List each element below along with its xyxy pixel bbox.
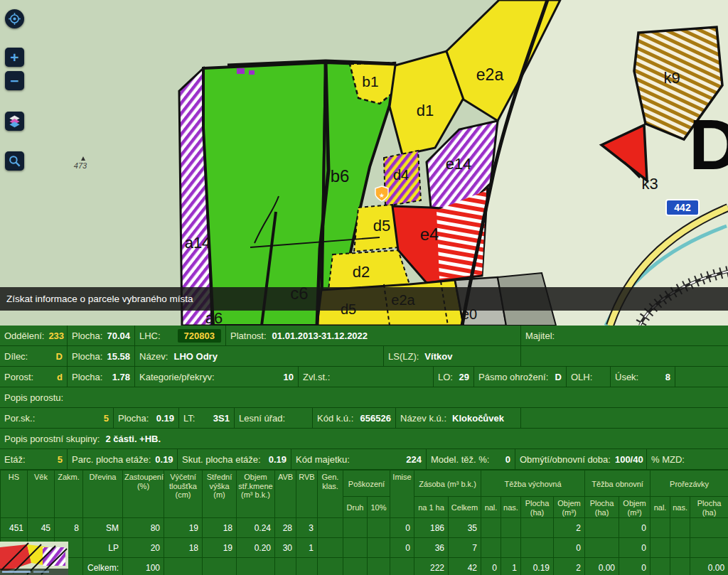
stand-label: e4 <box>420 225 439 244</box>
field-label: Plocha: <box>72 351 102 362</box>
field-mzd: % MZD: <box>647 449 728 469</box>
info-row-dilec: Dílec: D Plocha: 15.58 Název: LHO Odry L… <box>0 346 728 367</box>
field-skut-plocha: Skut. plocha etáže: 0.19 <box>178 449 291 469</box>
cell <box>203 558 237 575</box>
cell <box>237 558 275 575</box>
cell <box>690 518 728 538</box>
cell <box>275 558 296 575</box>
zoom-in-button[interactable]: + <box>5 48 24 67</box>
cell: 8 <box>55 518 83 538</box>
field-value: 10 <box>279 372 294 382</box>
layers-button[interactable] <box>5 112 24 131</box>
col-header-to-plocha: Plocha (ha) <box>585 497 619 518</box>
col-header-vek: Věk <box>28 471 55 518</box>
field-empty <box>521 346 728 366</box>
field-label: Plocha: <box>118 413 149 424</box>
field-label: Úsek: <box>615 372 638 382</box>
col-header-zastoupeni: Zastoupení (%) <box>123 471 164 518</box>
map-canvas[interactable]: 473 ★ 442 D b1 d1 e2a e14 d4 b6 d5 e4 a1… <box>0 0 728 326</box>
table-row-total: Celkem: 100 222 42 0 1 0.19 2 <box>1 558 728 575</box>
info-row-popis-skupiny: Popis porostní skupiny: 2 části. +HB. <box>0 429 728 449</box>
field-value: 0.19 <box>151 454 173 465</box>
field-label: Plocha: <box>72 372 102 382</box>
cell: SM <box>83 518 123 538</box>
cell <box>585 518 619 538</box>
col-header-objem-kmene: Objem stř.kmene (m³ b.k.) <box>237 471 275 518</box>
field-empty <box>675 367 728 387</box>
field-value: 3S1 <box>209 413 230 424</box>
col-group-prorezavky: Prořezávky <box>651 471 728 497</box>
stand-label: d5 <box>373 217 390 235</box>
cell: 0 <box>390 538 414 558</box>
cell: 0.20 <box>237 538 275 558</box>
cell: 42 <box>449 558 481 575</box>
cell <box>651 558 670 575</box>
cell <box>318 538 343 558</box>
cell: 0.00 <box>585 558 619 575</box>
col-header-stredni: Střední výška (m) <box>203 471 237 518</box>
field-label: Oddělení: <box>4 331 44 341</box>
cell <box>343 518 368 538</box>
zoom-out-button[interactable]: − <box>5 71 24 90</box>
cell: 0.00 <box>690 558 728 575</box>
cell: 80 <box>123 518 164 538</box>
field-value: 233 <box>44 331 64 341</box>
map-viewport[interactable]: 473 ★ 442 D b1 d1 e2a e14 d4 b6 d5 e4 a1… <box>0 0 728 326</box>
cell: 0 <box>619 558 651 575</box>
field-value: 8 <box>661 372 670 382</box>
cell: 35 <box>449 518 481 538</box>
cell <box>651 538 670 558</box>
field-label: Kód k.ú.: <box>317 413 353 424</box>
field-empty <box>521 408 728 428</box>
cell: 30 <box>275 538 296 558</box>
field-lt: LT: 3S1 <box>179 408 235 428</box>
locate-button[interactable] <box>5 9 24 28</box>
cell <box>501 538 521 558</box>
field-porsk: Por.sk.: 5 <box>0 408 114 428</box>
cell <box>318 518 343 538</box>
cell: 19 <box>203 538 237 558</box>
search-button[interactable] <box>5 151 24 171</box>
field-popis-skupiny: Popis porostní skupiny: 2 části. +HB. <box>0 429 728 448</box>
cell <box>318 558 343 575</box>
cell: 2 <box>554 558 585 575</box>
overview-minimap[interactable] <box>0 542 68 575</box>
field-kategorie: Kategorie/překryv: 10 <box>135 367 299 387</box>
field-lslz: LS(LZ): Vítkov <box>384 346 521 366</box>
marker-star-icon: ★ <box>379 192 385 199</box>
col-header-na1ha: na 1 ha <box>414 497 449 518</box>
field-plocha-odd: Plocha: 70.04 <box>68 326 135 345</box>
col-header-imise: Imise <box>390 471 414 518</box>
field-label: Dílec: <box>4 351 28 362</box>
stand-label: a14 <box>185 234 211 252</box>
field-label: Popis porostu: <box>4 392 63 403</box>
field-label: LS(LZ): <box>388 351 419 362</box>
field-value: 70.04 <box>102 331 130 341</box>
cell: 222 <box>414 558 449 575</box>
cell: 451 <box>1 518 28 538</box>
table-header-row-1: HS Věk Zakm. Dřevina Zastoupení (%) Výče… <box>1 471 728 497</box>
cell <box>343 538 368 558</box>
cell <box>390 558 414 575</box>
field-plocha-dilec: Plocha: 15.58 <box>68 346 135 366</box>
field-value: 100/40 <box>611 454 643 465</box>
cell: 0 <box>390 518 414 538</box>
cell <box>585 538 619 558</box>
cell: 7 <box>449 538 481 558</box>
cell <box>690 538 728 558</box>
field-label: Por.sk.: <box>4 413 35 424</box>
field-nazev: Název: LHO Odry <box>135 346 384 366</box>
field-value: Vítkov <box>424 351 452 362</box>
cell: 1 <box>501 558 521 575</box>
field-etaz: Etáž: 5 <box>0 449 68 469</box>
field-label: LT: <box>183 413 195 424</box>
field-value: 5 <box>53 454 63 465</box>
cell <box>521 518 554 538</box>
cell: 45 <box>28 518 55 538</box>
cell <box>670 538 690 558</box>
district-letter: D <box>689 104 728 184</box>
forest-map-app: 473 ★ 442 D b1 d1 e2a e14 d4 b6 d5 e4 a1… <box>0 0 728 575</box>
field-label: Pásmo ohrožení: <box>478 372 548 382</box>
cell: 1 <box>296 538 318 558</box>
field-label: Plocha: <box>72 331 102 341</box>
